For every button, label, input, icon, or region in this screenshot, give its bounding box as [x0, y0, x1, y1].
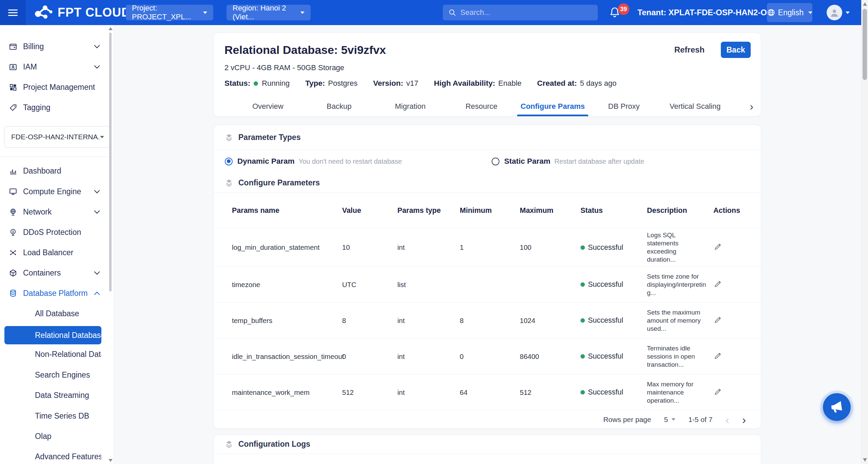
- brand-logo[interactable]: FPT CLOUD: [34, 0, 131, 25]
- param-description: Sets the maximum amount of memory used..…: [647, 308, 711, 333]
- sidebar-scrollbar-thumb[interactable]: [109, 33, 112, 291]
- sidebar-subitem-all-database[interactable]: All Database: [4, 304, 101, 323]
- sidebar-item-compute-engine[interactable]: Compute Engine: [0, 181, 108, 202]
- edit-param-button[interactable]: [713, 315, 723, 325]
- feedback-fab-button[interactable]: [823, 393, 851, 421]
- region-selector-label: Region: Hanoi 2 (Viet...: [233, 4, 300, 21]
- sidebar-item-dashboard[interactable]: Dashboard: [0, 161, 108, 181]
- edit-param-button[interactable]: [713, 351, 723, 361]
- tab-configure-params[interactable]: Configure Params: [517, 102, 588, 111]
- param-description: Sets time zone for displaying/interpreti…: [647, 273, 711, 297]
- globe-icon: [767, 8, 775, 17]
- tenant-selector[interactable]: Tenant: XPLAT-FDE-OSP-HAN2-ORG: [637, 0, 788, 25]
- project-selector[interactable]: Project: PROJECT_XPL...: [126, 5, 213, 20]
- param-name: temp_buffers: [232, 317, 342, 325]
- scroll-up-arrow-icon[interactable]: [863, 2, 867, 6]
- sidebar-subitem-relational-database[interactable]: Relational Database: [4, 326, 101, 344]
- chevron-down-icon: [94, 188, 100, 194]
- language-label: English: [778, 8, 804, 17]
- sidebar-item-ddos-protection[interactable]: DDoS Protection: [0, 222, 108, 242]
- notifications-button[interactable]: 39: [609, 6, 625, 21]
- status-dot: [580, 390, 585, 395]
- sidebar-subitem-time-series-db[interactable]: Time Series DB: [4, 407, 101, 425]
- previous-page-button[interactable]: ‹: [725, 414, 729, 425]
- brand-text: FPT CLOUD: [58, 5, 131, 20]
- configuration-logs-card: Configuration Logs: [213, 435, 761, 464]
- table-header-row: Params name Value Params type Minimum Ma…: [214, 193, 761, 228]
- box-icon: [9, 269, 17, 277]
- param-type: int: [397, 243, 460, 251]
- param-description: Max memory for maintenance operation...: [647, 380, 711, 405]
- sidebar-item-billing[interactable]: Billing: [0, 36, 108, 57]
- globe-icon: [9, 208, 17, 216]
- sidebar-subitem-label: Relational Database: [35, 331, 101, 340]
- sidebar-item-containers[interactable]: Containers: [0, 263, 108, 283]
- sidebar-item-network[interactable]: Network: [0, 202, 108, 222]
- sidebar-subitem-non-relational-database[interactable]: Non-Relational Database: [4, 345, 101, 363]
- sidebar-item-project-management[interactable]: Project Management: [0, 77, 108, 97]
- status-badge: Successful: [588, 352, 623, 361]
- refresh-button[interactable]: Refresh: [674, 45, 705, 55]
- next-page-button[interactable]: ›: [742, 414, 746, 425]
- pencil-icon: [713, 387, 723, 396]
- sidebar-subitem-search-engines[interactable]: Search Engines: [4, 366, 101, 384]
- tabs-more-chevron-icon[interactable]: ›: [750, 101, 753, 112]
- tab-db-proxy[interactable]: DB Proxy: [588, 102, 659, 111]
- region-selector[interactable]: Region: Hanoi 2 (Viet...: [226, 5, 311, 20]
- tab-migration[interactable]: Migration: [375, 102, 446, 111]
- status-item: Status:Running: [224, 79, 290, 88]
- col-status: Status: [580, 206, 647, 215]
- chevron-down-icon: [94, 43, 100, 48]
- layers-icon: [224, 440, 234, 449]
- col-params-type: Params type: [397, 206, 460, 215]
- sidebar-subitem-olap[interactable]: Olap: [4, 427, 101, 445]
- language-selector[interactable]: English: [767, 3, 812, 22]
- status-item: Created at:5 days ago: [537, 79, 616, 88]
- radio-static-param[interactable]: Static Param Restart database after upda…: [492, 157, 761, 166]
- radio-dynamic-param[interactable]: Dynamic Param You don't need to restart …: [225, 157, 492, 166]
- sidebar-subitem-label: Data Streaming: [35, 391, 89, 400]
- param-type: int: [397, 352, 460, 361]
- hamburger-menu-button[interactable]: [0, 0, 26, 25]
- sidebar-item-database-platform[interactable]: Database Platform: [0, 283, 108, 303]
- sidebar-subitem-data-streaming[interactable]: Data Streaming: [4, 386, 101, 404]
- user-menu[interactable]: [827, 5, 850, 20]
- sidebar-item-tagging[interactable]: Tagging: [0, 97, 108, 118]
- pencil-icon: [713, 279, 723, 288]
- workspace-select[interactable]: FDE-OSP-HAN2-INTERNA...: [4, 126, 110, 148]
- search-input[interactable]: [460, 8, 592, 17]
- edit-param-button[interactable]: [713, 387, 723, 397]
- radio-unselected-icon: [492, 158, 499, 165]
- col-actions: Actions: [711, 206, 749, 215]
- sidebar-subitem-advanced-features[interactable]: Advanced Features: [4, 447, 101, 464]
- sidebar-scrollbar[interactable]: [108, 25, 113, 464]
- layers-icon: [224, 178, 234, 187]
- search-icon: [448, 8, 456, 17]
- edit-param-button[interactable]: [713, 242, 723, 252]
- database-header-card: Relational Database: 5vi9zfvx Refresh Ba…: [213, 33, 761, 117]
- page-scrollbar[interactable]: [861, 0, 868, 464]
- back-button[interactable]: Back: [721, 42, 751, 58]
- sidebar-item-label: Compute Engine: [23, 187, 89, 196]
- sidebar-item-label: Billing: [23, 42, 89, 51]
- sidebar-item-label: Tagging: [23, 103, 108, 112]
- scroll-down-arrow-icon[interactable]: [108, 459, 113, 462]
- workspace-select-value: FDE-OSP-HAN2-INTERNA...: [11, 133, 100, 141]
- radio-selected-icon: [225, 158, 233, 165]
- edit-param-button[interactable]: [713, 279, 723, 289]
- sidebar-item-load-balancer[interactable]: Load Balancer: [0, 242, 108, 263]
- scroll-up-arrow-icon[interactable]: [108, 27, 113, 30]
- tab-resource[interactable]: Resource: [446, 102, 517, 111]
- sidebar-item-label: Project Management: [23, 83, 108, 92]
- page-size-select[interactable]: 5: [664, 416, 675, 424]
- monitor-icon: [9, 187, 17, 196]
- status-dot: [580, 245, 585, 250]
- tab-vertical-scaling[interactable]: Vertical Scaling: [659, 102, 731, 111]
- tab-backup[interactable]: Backup: [303, 102, 375, 111]
- sidebar-item-iam[interactable]: IAM: [0, 57, 108, 77]
- tab-overview[interactable]: Overview: [232, 102, 303, 111]
- param-type: list: [397, 281, 460, 289]
- pencil-icon: [713, 351, 723, 360]
- scroll-down-arrow-icon[interactable]: [863, 458, 867, 462]
- page-scrollbar-thumb[interactable]: [863, 9, 867, 80]
